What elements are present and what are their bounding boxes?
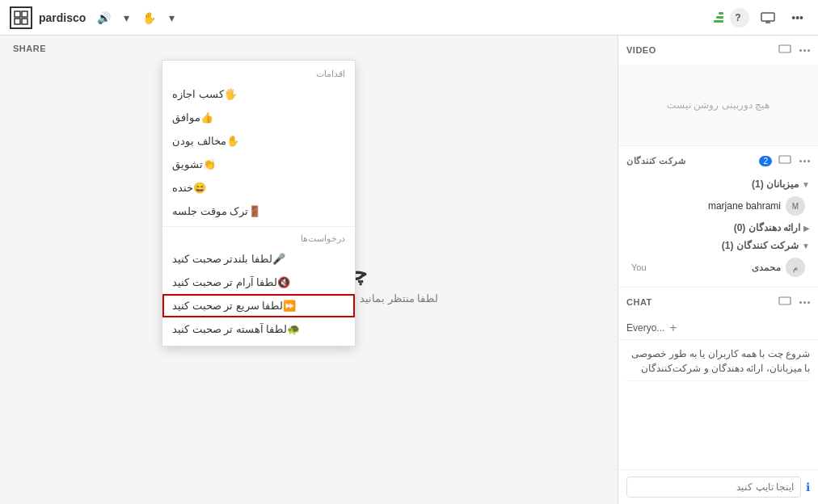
participants-group-header[interactable]: ▼ شرکت کنندگان (1) xyxy=(625,237,812,254)
participants-more-button[interactable] xyxy=(799,160,810,162)
speak-faster-item[interactable]: ⏩لطفا سریع تر صحبت کنید xyxy=(162,294,355,317)
hand-button[interactable]: ✋ xyxy=(137,8,161,27)
app-title: pardisco xyxy=(39,11,86,24)
no-camera-text: هیچ دوربینی روشن نیست xyxy=(667,99,770,111)
video-header: VIDEO xyxy=(618,36,818,65)
host-avatar: M xyxy=(786,196,805,216)
chat-add-button[interactable]: + xyxy=(669,321,677,334)
chat-info-icon: ℹ xyxy=(806,481,810,494)
participants-header: شرکت کنندگان 2 xyxy=(618,146,818,175)
speak-quieter-label: 🔇لطفا آرام تر صحبت کنید xyxy=(172,276,290,288)
leave-label: 🚪ترک موقت جلسه xyxy=(172,205,261,217)
participants-group-label: شرکت کنندگان (1) xyxy=(626,240,799,251)
disagree-item[interactable]: ✋مخالف بودن xyxy=(162,129,355,153)
topbar-right: ? ••• xyxy=(714,8,808,27)
providers-toggle-icon: ▶ xyxy=(803,224,810,233)
chat-section: CHAT Everyo... + شروع چت با xyxy=(618,288,818,504)
chat-preview-text: شروع چت با همه کاربران یا به طور خصوصی ب… xyxy=(631,348,810,374)
svg-rect-9 xyxy=(779,297,791,304)
video-placeholder: هیچ دوربینی روشن نیست xyxy=(618,65,818,145)
participants-toggle-icon: ▼ xyxy=(802,242,810,250)
host-item-marjane: M marjane bahrami xyxy=(625,193,812,219)
laugh-item[interactable]: 😄خنده xyxy=(162,176,355,200)
hosts-group-header[interactable]: ▼ میزبانان (1) xyxy=(625,175,812,193)
get-permission-item[interactable]: 🖐کسب اجازه xyxy=(162,82,355,106)
svg-rect-0 xyxy=(15,11,20,17)
more-button[interactable]: ••• xyxy=(786,8,808,27)
topbar: pardisco 🔊 ▾ ✋ ▾ ? ••• xyxy=(0,0,818,36)
svg-rect-3 xyxy=(22,19,27,24)
chat-input-area: ℹ xyxy=(618,469,818,504)
participant-item-mohammadi: م محمدی You xyxy=(625,254,812,280)
chat-tabs: Everyo... + xyxy=(618,317,818,340)
left-panel: SHARE چیزی به‌اشده لطفا منتظر بمانید تا … xyxy=(0,36,618,504)
topbar-controls: 🔊 ▾ ✋ ▾ xyxy=(92,8,179,27)
speak-slower-item[interactable]: 🐢لطفا آهسته تر صحبت کنید xyxy=(162,317,355,341)
app-logo xyxy=(10,6,32,29)
speak-louder-label: 🎤لطفا بلندتر صحبت کنید xyxy=(172,253,285,265)
right-panel: VIDEO هیچ دوربینی روشن نیست شرکت کنندگان… xyxy=(618,36,818,504)
chat-message-preview: شروع چت با همه کاربران یا به طور خصوصی ب… xyxy=(626,346,810,381)
chat-input[interactable] xyxy=(626,477,801,498)
signal-icon xyxy=(714,12,723,23)
participants-section: شرکت کنندگان 2 ▼ میزبانان (1) xyxy=(618,146,818,288)
screen-button[interactable] xyxy=(756,9,780,27)
participants-icons xyxy=(777,153,810,169)
hand-chevron[interactable]: ▾ xyxy=(164,8,179,27)
chat-messages: شروع چت با همه کاربران یا به طور خصوصی ب… xyxy=(618,340,818,469)
chat-header: CHAT xyxy=(618,288,818,317)
participants-screen-icon[interactable] xyxy=(777,153,793,169)
participant-avatar: م xyxy=(786,258,805,277)
leave-item[interactable]: 🚪ترک موقت جلسه xyxy=(162,200,355,223)
laugh-label: 😄خنده xyxy=(172,182,206,194)
get-permission-label: 🖐کسب اجازه xyxy=(172,88,237,100)
svg-rect-4 xyxy=(761,13,774,21)
speak-louder-item[interactable]: 🎤لطفا بلندتر صحبت کنید xyxy=(162,247,355,271)
providers-label: ارائه دهندگان (0) xyxy=(626,222,800,233)
speak-faster-label: ⏩لطفا سریع تر صحبت کنید xyxy=(172,300,296,312)
participants-content: ▼ میزبانان (1) M marjane bahrami ▶ ارائه… xyxy=(618,175,818,287)
chat-screen-icon[interactable] xyxy=(777,294,793,310)
video-section: VIDEO هیچ دوربینی روشن نیست xyxy=(618,36,818,146)
hosts-toggle-icon: ▼ xyxy=(802,180,810,189)
chat-more-button[interactable] xyxy=(799,301,810,304)
providers-group-header[interactable]: ▶ ارائه دهندگان (0) xyxy=(625,219,812,237)
host-name: marjane bahrami xyxy=(631,200,781,212)
svg-rect-8 xyxy=(779,156,791,163)
requests-section-label: درخواست‌ها xyxy=(162,230,355,247)
agree-label: 👍موافق xyxy=(172,111,213,124)
participant-name: محمدی xyxy=(651,262,781,273)
hosts-label: میزبانان (1) xyxy=(626,178,799,190)
dropdown-divider xyxy=(162,226,355,227)
participants-count: 2 xyxy=(759,156,772,166)
actions-dropdown: اقدامات 🖐کسب اجازه 👍موافق ✋مخالف بودن 👏ت… xyxy=(162,60,356,346)
video-more-button[interactable] xyxy=(799,49,810,52)
topbar-left: pardisco 🔊 ▾ ✋ ▾ xyxy=(10,6,714,29)
main-content: SHARE چیزی به‌اشده لطفا منتظر بمانید تا … xyxy=(0,36,818,504)
volume-chevron[interactable]: ▾ xyxy=(119,8,134,27)
svg-rect-1 xyxy=(22,11,27,17)
speak-quieter-item[interactable]: 🔇لطفا آرام تر صحبت کنید xyxy=(162,271,355,294)
disagree-label: ✋مخالف بودن xyxy=(172,135,239,147)
encourage-item[interactable]: 👏تشویق xyxy=(162,153,355,176)
svg-rect-7 xyxy=(779,45,791,52)
agree-item[interactable]: 👍موافق xyxy=(162,106,355,129)
encourage-label: 👏تشویق xyxy=(172,158,216,170)
help-button[interactable]: ? xyxy=(730,8,749,27)
video-icons xyxy=(777,42,810,58)
participants-title: شرکت کنندگان xyxy=(626,156,754,166)
share-header: SHARE xyxy=(0,36,618,61)
actions-section-label: اقدامات xyxy=(162,65,355,82)
volume-button[interactable]: 🔊 xyxy=(92,8,116,27)
chat-title: CHAT xyxy=(626,297,772,307)
speak-slower-label: 🐢لطفا آهسته تر صحبت کنید xyxy=(172,323,300,335)
svg-rect-2 xyxy=(15,19,20,24)
video-screen-icon[interactable] xyxy=(777,42,793,58)
chat-icons xyxy=(777,294,810,310)
chat-tab-label: Everyo... xyxy=(626,322,664,334)
video-title: VIDEO xyxy=(626,45,772,55)
participant-you-label: You xyxy=(631,262,647,272)
chat-tab-everyone[interactable]: Everyo... xyxy=(626,322,664,334)
